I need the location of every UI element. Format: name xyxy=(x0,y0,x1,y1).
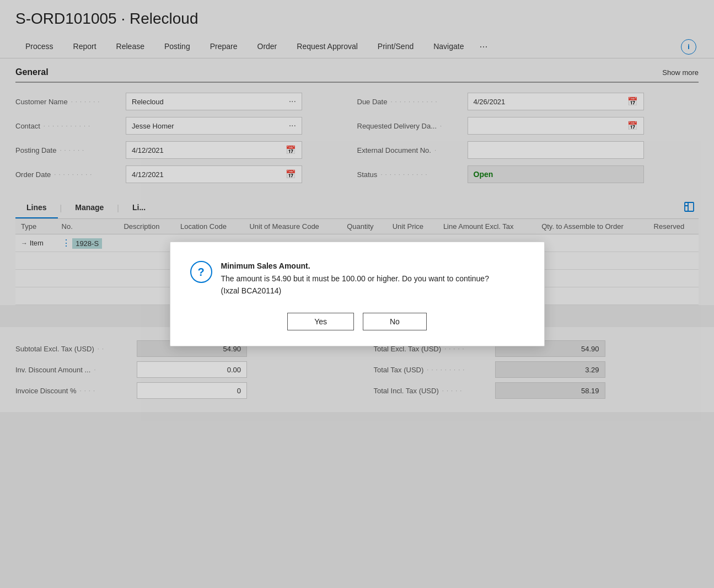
dialog-no-button[interactable]: No xyxy=(363,313,427,330)
dialog-box: ? Minimum Sales Amount. The amount is 54… xyxy=(170,242,545,346)
dialog-message: Minimum Sales Amount. The amount is 54.9… xyxy=(221,260,489,297)
dialog-buttons: Yes No xyxy=(190,313,524,330)
dialog-question-icon: ? xyxy=(190,261,212,283)
dialog-yes-button[interactable]: Yes xyxy=(287,313,354,330)
dialog-overlay: ? Minimum Sales Amount. The amount is 54… xyxy=(0,0,714,588)
dialog-header: ? Minimum Sales Amount. The amount is 54… xyxy=(190,260,524,297)
